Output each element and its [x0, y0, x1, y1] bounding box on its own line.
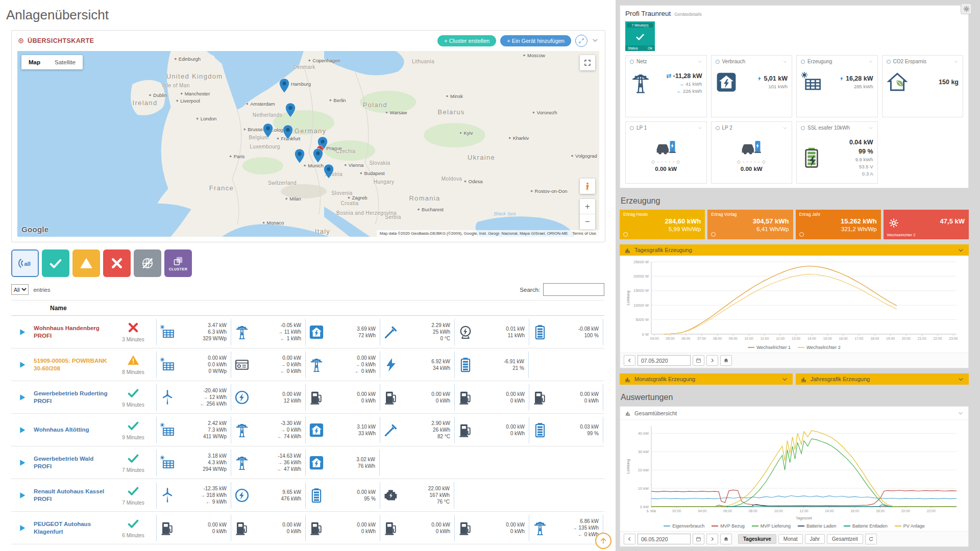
open-device-button[interactable]: [11, 491, 34, 499]
table-row[interactable]: Wohnhaus Handenberg PROFI3 Minutes3.47 k…: [11, 316, 604, 348]
overview-date-input[interactable]: [638, 534, 691, 544]
scroll-top-button[interactable]: [595, 533, 611, 549]
zoom-in-button[interactable]: +: [580, 199, 595, 214]
overview-calendar-button[interactable]: [693, 534, 704, 544]
overview-home-button[interactable]: [720, 534, 732, 544]
metric-card-verbrauch[interactable]: Verbrauch5,01 kW101 kWh: [711, 55, 793, 117]
map-pin[interactable]: [279, 78, 290, 95]
open-device-button[interactable]: [11, 524, 34, 532]
chevron-down-icon[interactable]: [868, 126, 873, 131]
chevron-down-icon[interactable]: [697, 59, 702, 64]
open-device-button[interactable]: [11, 328, 34, 336]
device-name[interactable]: Gewerbebetrieb Ruderting PROFI: [34, 390, 110, 405]
chevron-down-icon[interactable]: [782, 59, 788, 64]
metric-card-lp-1[interactable]: LP 1◇ - - - - - ◇0.00 kW: [625, 121, 707, 184]
metric-card-erzeugung[interactable]: Erzeugung16,28 kW285 kWh: [796, 55, 878, 117]
range-monat-button[interactable]: Monat: [778, 534, 803, 544]
chevron-down-icon[interactable]: [782, 126, 788, 131]
metric-card-lp-2[interactable]: LP 2◇ - - - - - ◇0.00 kW: [711, 121, 793, 184]
device-status-tile[interactable]: 7 Minute(n) Status Ok: [625, 21, 655, 51]
table-row[interactable]: PEUGEOT Autohaus Klagenfurt6 Minutes0.00…: [11, 512, 604, 544]
range-jahr-button[interactable]: Jahr: [805, 534, 825, 544]
current-day-button[interactable]: [720, 355, 732, 366]
device-name[interactable]: Gewerbebetrieb Wald PROFI: [34, 455, 110, 470]
metric-card-netz[interactable]: Netz⇄-11,28 kW→41 kWh←226 kWh: [625, 55, 707, 117]
yield-tile-wechselrichter-2[interactable]: 47,5 kWWechselrichter 2: [884, 210, 969, 239]
open-device-button[interactable]: [11, 361, 34, 369]
overview-chart-header[interactable]: Gesamtübersicht: [620, 407, 968, 420]
legend-item[interactable]: Batterie Entladen: [844, 523, 888, 529]
map-pin[interactable]: [295, 148, 305, 166]
pegman-button[interactable]: [580, 179, 595, 194]
settings-button[interactable]: [961, 3, 972, 14]
map-pin[interactable]: [324, 164, 334, 181]
next-day-button[interactable]: [706, 355, 718, 366]
day-production-chart[interactable]: 0 W5000 W10000 W15000 W20000 W25000 W04:…: [620, 256, 968, 343]
add-device-button[interactable]: + Ein Gerät hinzufügen: [500, 35, 571, 46]
filter-error-button[interactable]: [103, 249, 131, 277]
map-pin[interactable]: [285, 103, 296, 120]
prev-day-button[interactable]: [624, 355, 635, 366]
open-device-button[interactable]: [11, 426, 34, 434]
table-row[interactable]: Renault Autohaus Kassel PROFI7 Minutes-1…: [11, 479, 604, 512]
expand-map-button[interactable]: [575, 35, 587, 47]
overview-chart[interactable]: 0 kW10 kW20 kW30 kW40 kW6. Mai02:0004:00…: [620, 420, 968, 522]
filter-offline-button[interactable]: [134, 249, 161, 277]
chevron-down-icon[interactable]: [697, 126, 702, 131]
open-device-button[interactable]: [11, 393, 34, 402]
page-size-select[interactable]: All: [11, 284, 29, 295]
year-chart-header[interactable]: Jahresgrafik Erzeugung: [796, 373, 969, 385]
overview-prev-day-button[interactable]: [624, 534, 635, 544]
legend-item[interactable]: PV Anlage: [895, 523, 925, 529]
map-collapse-button[interactable]: [592, 37, 599, 45]
device-name[interactable]: Wohnhaus Altötting: [34, 426, 110, 434]
device-name[interactable]: 51909-00005: POWRBANK 30-60/208: [34, 357, 110, 372]
zoom-out-button[interactable]: −: [580, 214, 595, 230]
name-column-header[interactable]: Name: [50, 305, 67, 312]
calendar-button[interactable]: [693, 355, 704, 366]
yield-tile-ertrag-vortag[interactable]: Ertrag Vortag304,57 kWh6,41 Wh/Wp: [707, 210, 793, 239]
google-map[interactable]: EdinburghCopenhagenDenmarkLithuaniaMosco…: [17, 51, 599, 237]
filter-ok-button[interactable]: [42, 249, 69, 277]
filter-all-button[interactable]: all: [11, 249, 39, 277]
fullscreen-button[interactable]: [580, 55, 595, 70]
table-row[interactable]: Gewerbebetrieb Ruderting PROFI9 Minutes-…: [11, 381, 604, 414]
table-row[interactable]: Gewerbebetrieb Wald PROFI7 Minutes3.18 k…: [11, 446, 604, 479]
chevron-down-icon[interactable]: [868, 59, 873, 64]
map-type-map-button[interactable]: Map: [21, 55, 47, 69]
create-cluster-button[interactable]: + Cluster erstellen: [437, 35, 496, 46]
map-pin[interactable]: [313, 148, 324, 165]
open-device-button[interactable]: [11, 459, 34, 467]
device-name[interactable]: Wohnhaus Handenberg PROFI: [34, 324, 110, 340]
month-chart-header[interactable]: Monatsgrafik Erzeugung: [620, 373, 793, 385]
metric-card-ssl-esafer-10kwh[interactable]: SSL esafer 10kWh0.04 kW99 %9.9 kWh53.5 V…: [796, 121, 878, 184]
overview-next-day-button[interactable]: [706, 534, 718, 544]
chevron-down-icon[interactable]: [953, 59, 959, 64]
terms-link[interactable]: Terms of Use: [572, 231, 596, 236]
range-tageskurve-button[interactable]: Tageskurve: [738, 534, 776, 544]
legend-item[interactable]: Batterie Laden: [798, 523, 837, 529]
search-input[interactable]: [543, 283, 604, 296]
map-pin[interactable]: [283, 124, 293, 142]
map-pin[interactable]: [263, 123, 274, 140]
table-row[interactable]: Wohnhaus Altötting9 Minutes2.42 kW7.3 kW…: [11, 414, 604, 446]
legend-item[interactable]: MVP Lieferung: [752, 523, 791, 529]
device-name[interactable]: Renault Autohaus Kassel PROFI: [34, 488, 110, 503]
refresh-button[interactable]: [865, 534, 877, 544]
device-name[interactable]: PEUGEOT Autohaus Klagenfurt: [34, 520, 110, 536]
legend-item[interactable]: Wechselrichter 1: [748, 345, 791, 350]
map-type-satellite-button[interactable]: Satellite: [47, 55, 83, 69]
day-date-input[interactable]: [638, 355, 691, 366]
car-charging-icon: [653, 137, 679, 157]
table-row[interactable]: 51909-00005: POWRBANK 30-60/2088 Minutes…: [11, 348, 604, 381]
legend-item[interactable]: MVP Bezug: [712, 523, 744, 529]
metric-card-co2-ersparnis[interactable]: CO2 Ersparnis150 kg: [882, 55, 964, 117]
filter-warning-button[interactable]: [72, 249, 100, 277]
range-gesamtzeit-button[interactable]: Gesamtzeit: [827, 534, 863, 544]
filter-cluster-button[interactable]: CLUSTER: [164, 249, 192, 277]
legend-item[interactable]: Eigenverbrauch: [664, 523, 704, 529]
legend-item[interactable]: Wechselrichter 2: [798, 345, 841, 350]
day-chart-header[interactable]: Tagesgrafik Erzeugung: [620, 244, 969, 256]
yield-tile-ertrag-jahr[interactable]: Ertrag Jahr15.262 kWh321,2 Wh/Wp: [796, 210, 881, 239]
yield-tile-ertrag-heute[interactable]: Ertrag Heute284,60 kWh5,99 Wh/Wp: [620, 210, 705, 239]
